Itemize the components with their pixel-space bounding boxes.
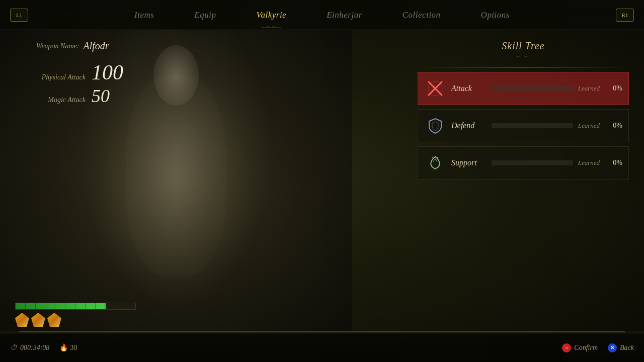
back-action[interactable]: ✕ Back: [608, 343, 634, 352]
skill-tree-title: Skill Tree: [418, 40, 629, 52]
bottom-actions: ○ Confirm ✕ Back: [562, 343, 634, 352]
tab-options[interactable]: Options: [461, 0, 530, 30]
exp-seg-2: [26, 303, 36, 309]
exp-seg-3: [36, 303, 46, 309]
confirm-label: Confirm: [574, 344, 598, 352]
defend-skill-bar: [492, 123, 573, 128]
tab-items[interactable]: Items: [114, 0, 174, 30]
top-navigation: L1 Items Equip Valkyrie ~ ~ Einherjar Co…: [0, 0, 644, 30]
defend-skill-name: Defend: [451, 121, 487, 130]
tab-einherjar[interactable]: Einherjar: [306, 0, 382, 30]
crystal-1: [15, 313, 29, 327]
exp-seg-6: [65, 303, 75, 309]
attack-skill-bar: [492, 86, 573, 91]
confirm-action[interactable]: ○ Confirm: [562, 343, 598, 352]
exp-seg-1: [16, 303, 26, 309]
nav-tabs-container: Items Equip Valkyrie ~ ~ Einherjar Colle…: [0, 0, 644, 30]
magic-attack-value: 50: [92, 87, 110, 105]
l1-button[interactable]: L1: [10, 9, 28, 22]
attack-skill-name: Attack: [451, 84, 487, 93]
exp-seg-9: [96, 303, 106, 309]
skill-row-support[interactable]: Support Learned 0%: [418, 146, 629, 179]
tab-valkyrie[interactable]: Valkyrie ~ ~: [236, 0, 306, 30]
attack-learned-label: Learned: [578, 84, 600, 93]
skill-row-defend[interactable]: Defend Learned 0%: [418, 109, 629, 142]
defend-icon: [424, 115, 446, 137]
title-divider: [418, 67, 629, 68]
defend-learned-label: Learned: [578, 122, 600, 130]
weapon-name-row: Weapon Name: Alfodr: [20, 40, 123, 52]
defend-percent: 0%: [605, 122, 622, 130]
tab-collection[interactable]: Collection: [382, 0, 461, 30]
svg-line-5: [437, 157, 438, 158]
confirm-circle: ○: [562, 343, 571, 352]
support-percent: 0%: [605, 159, 622, 167]
exp-seg-7: [75, 303, 86, 309]
back-circle: ✕: [608, 343, 617, 352]
support-skill-bar: [492, 160, 573, 165]
support-skill-name: Support: [451, 158, 487, 167]
weapon-stats-panel: Weapon Name: Alfodr Physical Attack 100 …: [20, 40, 123, 109]
tab-equip[interactable]: Equip: [174, 0, 236, 30]
weapon-ornament: [20, 46, 30, 46]
clock-icon: ⏱: [10, 344, 17, 352]
skill-tree-panel: Skill Tree ~ ~ Attack Learned 0% Defend: [418, 40, 629, 184]
skill-row-attack[interactable]: Attack Learned 0%: [418, 72, 629, 105]
exp-seg-5: [55, 303, 65, 309]
svg-line-4: [432, 157, 433, 158]
bottom-bar: ⏱ 000:34:08 🔥 30 ○ Confirm ✕ Back: [0, 333, 644, 362]
exp-bar-segments: [16, 303, 106, 309]
physical-attack-value: 100: [92, 62, 123, 83]
time-value: 000:34:08: [20, 344, 49, 352]
support-learned-label: Learned: [578, 159, 600, 167]
exp-seg-8: [86, 303, 96, 309]
exp-bar-fill: [16, 303, 106, 309]
crystal-3: [47, 313, 61, 327]
crystals-row: [15, 313, 136, 327]
flame-value: 30: [70, 344, 77, 352]
weapon-name-label: Weapon Name:: [36, 42, 79, 50]
weapon-name-value: Alfodr: [83, 40, 109, 52]
time-display: ⏱ 000:34:08: [10, 344, 49, 352]
skill-tree-ornament: ~ ~: [418, 54, 629, 59]
magic-attack-row: Magic Attack 50: [20, 87, 123, 105]
back-label: Back: [620, 344, 634, 352]
physical-attack-label: Physical Attack: [20, 73, 86, 81]
exp-seg-4: [45, 303, 55, 309]
char-body: [126, 75, 226, 277]
progress-area: [15, 303, 136, 327]
attack-percent: 0%: [605, 84, 622, 93]
exp-bar: [15, 303, 136, 310]
scroll-indicator: [19, 331, 624, 332]
r1-button[interactable]: R1: [616, 9, 634, 22]
support-icon: [424, 152, 446, 174]
crystal-2: [31, 313, 45, 327]
active-tab-ornament: ~ ~: [267, 25, 276, 29]
flame-display: 🔥 30: [59, 343, 77, 352]
magic-attack-label: Magic Attack: [20, 96, 86, 104]
flame-icon: 🔥: [59, 343, 68, 352]
attack-icon: [424, 77, 446, 100]
physical-attack-row: Physical Attack 100: [20, 62, 123, 83]
